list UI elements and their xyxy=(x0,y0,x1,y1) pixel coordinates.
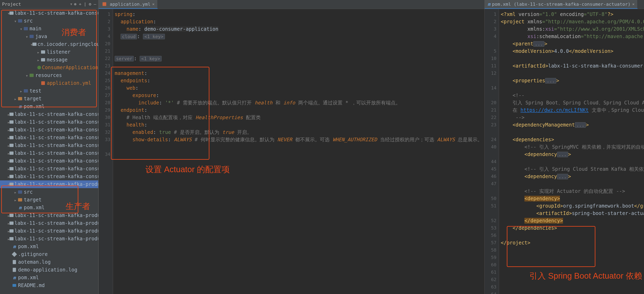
gutter[interactable]: 1234202122232425262728293031323334 xyxy=(99,9,113,294)
tree-item[interactable]: mpom.xml xyxy=(0,103,98,110)
tree-item[interactable]: cn.iocoder.springcloud.labx11.kafkademo.… xyxy=(0,40,98,48)
expand-arrow[interactable] xyxy=(36,50,40,54)
code-yml[interactable]: spring: application: name: demo-consumer… xyxy=(113,9,482,294)
gear-icon[interactable]: ⚙ xyxy=(89,2,91,6)
expand-arrow[interactable] xyxy=(8,120,10,124)
tree-item[interactable]: labx-11-sc-stream-kafka-producer-demo xyxy=(0,219,98,227)
folder-icon xyxy=(40,57,46,62)
tree-label: listener xyxy=(47,49,70,55)
tree-item[interactable]: labx-11-sc-stream-kafka-consumer-actuato… xyxy=(0,9,98,17)
tree-item[interactable]: labx-11-sc-stream-kafka-consumer-filter xyxy=(0,149,98,157)
expand-arrow[interactable] xyxy=(8,11,10,15)
tree-item[interactable]: mpom.xml xyxy=(0,243,98,250)
tree-item[interactable]: labx-11-sc-stream-kafka-consumer-broadca… xyxy=(0,118,98,126)
expand-arrow[interactable] xyxy=(8,229,10,233)
expand-arrow[interactable] xyxy=(19,27,23,31)
folder-icon xyxy=(17,197,23,202)
tree-item[interactable]: README.md xyxy=(0,282,98,289)
tree-item[interactable]: ConsumerApplication xyxy=(0,64,98,71)
expand-arrow[interactable] xyxy=(36,58,40,62)
expand-arrow[interactable] xyxy=(14,97,17,101)
pom-tabs: m pom.xml (labx-11-sc-stream-kafka-consu… xyxy=(485,0,644,9)
expand-arrow[interactable] xyxy=(8,213,10,218)
tree-item[interactable]: application.yml xyxy=(0,79,98,87)
dropdown-icon[interactable]: ▾ xyxy=(70,1,72,7)
tree-item[interactable]: labx-11-sc-stream-kafka-producer-actuato… xyxy=(0,180,98,188)
tree-label: aoteman.log xyxy=(18,259,51,265)
tree-label: .gitignore xyxy=(18,251,48,257)
code-pom[interactable]: <?xml version="1.0" encoding="UTF-8"?> <… xyxy=(499,9,644,294)
module-icon xyxy=(10,166,14,171)
tree-label: demo-application.log xyxy=(18,267,77,273)
collapse-icon[interactable]: ÷ xyxy=(79,2,82,6)
expand-arrow[interactable] xyxy=(8,151,10,155)
editor-yml: application.yml × 1234202122232425262728… xyxy=(98,0,484,294)
module-icon xyxy=(10,182,14,187)
tree-item[interactable]: labx-11-sc-stream-kafka-consumer-partiti… xyxy=(0,157,98,165)
expand-arrow[interactable] xyxy=(25,73,29,78)
tree-item[interactable]: target xyxy=(0,95,98,103)
target-icon[interactable]: ⊕ xyxy=(74,2,76,6)
expand-arrow[interactable] xyxy=(25,34,29,39)
tree-label: ConsumerApplication xyxy=(42,65,98,70)
tree-item[interactable]: labx-11-sc-stream-kafka-consumer-retry xyxy=(0,165,98,173)
expand-arrow[interactable] xyxy=(8,167,10,171)
tab-application-yml[interactable]: application.yml × xyxy=(99,0,158,9)
expand-arrow[interactable] xyxy=(8,159,10,163)
expand-arrow[interactable] xyxy=(19,89,23,93)
tree-item[interactable]: listener xyxy=(0,48,98,56)
tree-item[interactable]: demo-application.log xyxy=(0,266,98,274)
tree-label: labx-11-sc-stream-kafka-consumer-concurr… xyxy=(14,127,98,133)
expand-arrow[interactable] xyxy=(8,221,10,225)
gutter[interactable]: 1234510111214202122232440444546475051525… xyxy=(485,9,499,294)
tree-label: pom.xml xyxy=(18,244,39,249)
expand-arrow[interactable] xyxy=(8,128,10,132)
project-label[interactable]: Project xyxy=(2,2,70,7)
tab-pom-xml[interactable]: m pom.xml (labx-11-sc-stream-kafka-consu… xyxy=(485,0,638,9)
expand-arrow[interactable] xyxy=(14,19,17,23)
tree-label: pom.xml xyxy=(24,205,44,210)
tree-item[interactable]: java xyxy=(0,32,98,40)
project-tree[interactable]: labx-11-sc-stream-kafka-consumer-actuato… xyxy=(0,8,98,294)
tree-item[interactable]: .gitignore xyxy=(0,250,98,258)
module-icon xyxy=(10,112,14,117)
expand-arrow[interactable] xyxy=(8,143,10,147)
tree-item[interactable]: message xyxy=(0,56,98,64)
tree-item[interactable]: labx-11-sc-stream-kafka-consumer-batch xyxy=(0,110,98,118)
tree-item[interactable]: labx-11-sc-stream-kafka-consumer-concurr… xyxy=(0,126,98,134)
expand-arrow[interactable] xyxy=(14,190,17,194)
tree-item[interactable]: labx-11-sc-stream-kafka-consumer-demo xyxy=(0,134,98,142)
hide-icon[interactable]: — xyxy=(94,2,96,6)
expand-arrow[interactable] xyxy=(8,237,10,241)
tree-item[interactable]: mpom.xml xyxy=(0,204,98,211)
expand-arrow[interactable] xyxy=(8,136,10,140)
tree-label: test xyxy=(30,88,42,94)
tree-item[interactable]: src xyxy=(0,17,98,25)
folder-icon xyxy=(17,190,23,194)
module-icon xyxy=(10,11,14,15)
tree-item[interactable]: labx-11-sc-stream-kafka-producer-partiti… xyxy=(0,227,98,235)
editor-pom: m pom.xml (labx-11-sc-stream-kafka-consu… xyxy=(484,0,644,294)
tree-item[interactable]: test xyxy=(0,87,98,95)
close-icon[interactable]: × xyxy=(632,2,634,6)
tree-item[interactable]: labx-11-sc-stream-kafka-producer-transac… xyxy=(0,235,98,243)
tree-item[interactable]: resources xyxy=(0,71,98,79)
tree-item[interactable]: main xyxy=(0,25,98,32)
tree-item[interactable]: src xyxy=(0,188,98,196)
expand-arrow[interactable] xyxy=(8,174,10,179)
module-icon xyxy=(10,127,14,132)
tree-item[interactable]: mpom.xml xyxy=(0,274,98,282)
tree-item[interactable]: aoteman.log xyxy=(0,258,98,266)
tree-item[interactable]: labx-11-sc-stream-kafka-consumer-error-h… xyxy=(0,142,98,149)
expand-arrow[interactable] xyxy=(8,112,10,117)
module-icon xyxy=(10,236,14,241)
expand-arrow[interactable] xyxy=(8,182,10,186)
tree-label: application.yml xyxy=(47,80,91,86)
tree-item[interactable]: labx-11-sc-stream-kafka-producer-batch xyxy=(0,211,98,219)
tree-item[interactable]: target xyxy=(0,196,98,204)
right-gutter[interactable] xyxy=(482,9,484,294)
expand-arrow[interactable] xyxy=(14,198,17,202)
close-icon[interactable]: × xyxy=(152,2,155,6)
tree-item[interactable]: labx-11-sc-stream-kafka-consumer-transac… xyxy=(0,173,98,180)
expand-arrow[interactable] xyxy=(31,42,32,46)
